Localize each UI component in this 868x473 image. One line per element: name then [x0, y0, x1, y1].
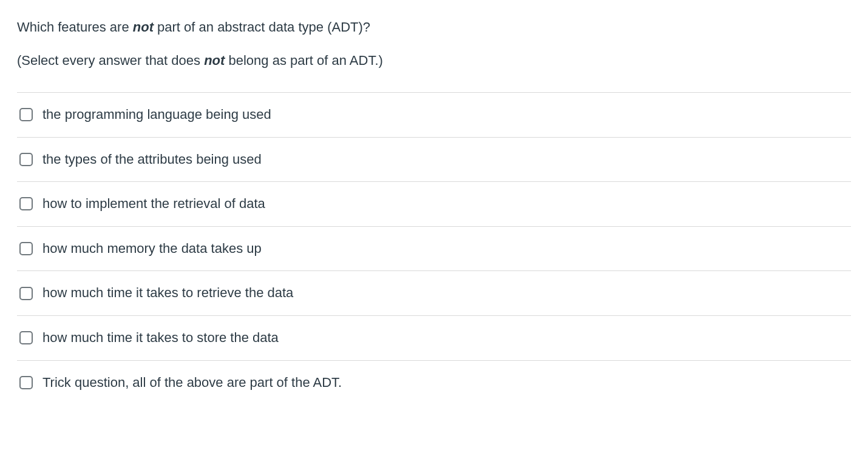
- question-emphasis: not: [133, 19, 154, 35]
- option-label[interactable]: how much memory the data takes up: [42, 240, 262, 258]
- option-row[interactable]: the programming language being used: [17, 92, 851, 137]
- checkbox[interactable]: [19, 153, 33, 166]
- option-row[interactable]: how to implement the retrieval of data: [17, 181, 851, 226]
- option-row[interactable]: how much memory the data takes up: [17, 226, 851, 271]
- question-line-1: Which features are not part of an abstra…: [17, 17, 851, 37]
- option-label[interactable]: the programming language being used: [42, 106, 271, 124]
- option-row[interactable]: how much time it takes to retrieve the d…: [17, 270, 851, 315]
- question-text-segment: belong as part of an ADT.): [225, 53, 383, 68]
- question-prompt: Which features are not part of an abstra…: [17, 17, 851, 70]
- checkbox[interactable]: [19, 197, 33, 210]
- option-label[interactable]: how to implement the retrieval of data: [42, 195, 265, 213]
- checkbox[interactable]: [19, 287, 33, 300]
- checkbox[interactable]: [19, 331, 33, 344]
- checkbox[interactable]: [19, 108, 33, 121]
- option-row[interactable]: Trick question, all of the above are par…: [17, 360, 851, 405]
- option-label[interactable]: how much time it takes to store the data: [42, 329, 279, 347]
- question-text-segment: (Select every answer that does: [17, 53, 204, 68]
- question-line-2: (Select every answer that does not belon…: [17, 50, 851, 70]
- options-list: the programming language being used the …: [17, 92, 851, 404]
- checkbox[interactable]: [19, 242, 33, 255]
- option-label[interactable]: how much time it takes to retrieve the d…: [42, 284, 293, 302]
- question-text-segment: Which features are: [17, 19, 133, 35]
- option-label[interactable]: Trick question, all of the above are par…: [42, 374, 342, 392]
- question-emphasis: not: [204, 53, 225, 68]
- option-label[interactable]: the types of the attributes being used: [42, 151, 262, 169]
- question-text-segment: part of an abstract data type (ADT)?: [154, 19, 370, 35]
- option-row[interactable]: the types of the attributes being used: [17, 137, 851, 182]
- checkbox[interactable]: [19, 376, 33, 389]
- option-row[interactable]: how much time it takes to store the data: [17, 315, 851, 360]
